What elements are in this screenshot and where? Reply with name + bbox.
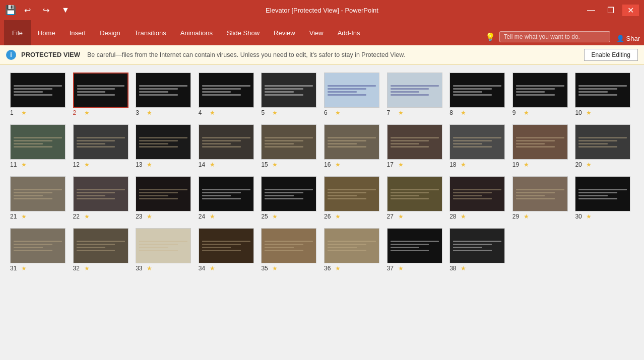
slide-item-23[interactable]: 23★: [136, 176, 195, 220]
slide-thumb-28[interactable]: [449, 176, 505, 211]
slide-item-11[interactable]: 11★: [10, 124, 69, 168]
slide-star-37[interactable]: ★: [398, 265, 404, 272]
slide-thumb-23[interactable]: [136, 176, 191, 211]
undo-button[interactable]: ↩: [20, 5, 35, 16]
search-input[interactable]: [499, 31, 610, 42]
slide-item-12[interactable]: 12★: [73, 124, 132, 168]
slide-item-19[interactable]: 19★: [512, 124, 571, 168]
slide-star-14[interactable]: ★: [210, 161, 215, 168]
slide-thumb-30[interactable]: [575, 176, 630, 211]
slide-star-12[interactable]: ★: [84, 161, 90, 168]
slide-item-8[interactable]: 8★: [449, 73, 508, 116]
slide-thumb-4[interactable]: [199, 73, 254, 108]
slide-star-17[interactable]: ★: [398, 161, 404, 168]
close-button[interactable]: ✕: [622, 5, 639, 16]
slide-star-22[interactable]: ★: [84, 213, 90, 220]
slide-star-27[interactable]: ★: [398, 213, 404, 220]
slide-item-30[interactable]: 30★: [575, 176, 634, 220]
slide-item-1[interactable]: 1★: [10, 73, 69, 116]
enable-editing-button[interactable]: Enable Editing: [584, 49, 638, 61]
slide-thumb-32[interactable]: [73, 228, 128, 263]
slide-item-31[interactable]: 31★: [10, 228, 69, 272]
slide-thumb-22[interactable]: [73, 176, 128, 211]
slide-star-6[interactable]: ★: [335, 109, 341, 116]
slide-star-29[interactable]: ★: [524, 213, 529, 220]
slide-star-33[interactable]: ★: [147, 265, 152, 272]
slide-star-21[interactable]: ★: [21, 213, 27, 220]
slide-thumb-36[interactable]: [324, 228, 379, 263]
slide-item-25[interactable]: 25★: [261, 176, 320, 220]
slide-thumb-25[interactable]: [261, 176, 316, 211]
slide-thumb-12[interactable]: [73, 124, 128, 160]
slide-item-36[interactable]: 36★: [324, 228, 383, 272]
slide-thumb-17[interactable]: [387, 124, 442, 160]
slide-star-25[interactable]: ★: [272, 213, 278, 220]
slide-star-24[interactable]: ★: [210, 213, 215, 220]
slide-star-13[interactable]: ★: [147, 161, 152, 168]
slide-thumb-33[interactable]: [136, 228, 191, 263]
slide-thumb-10[interactable]: [575, 73, 630, 108]
slide-item-24[interactable]: 24★: [199, 176, 257, 220]
slide-item-21[interactable]: 21★: [10, 176, 69, 220]
slide-star-19[interactable]: ★: [524, 161, 529, 168]
tab-slideshow[interactable]: Slide Show: [220, 20, 267, 45]
tab-file[interactable]: File: [4, 20, 31, 45]
tab-review[interactable]: Review: [267, 20, 302, 45]
slide-star-31[interactable]: ★: [21, 265, 27, 272]
tab-addins[interactable]: Add-Ins: [331, 20, 367, 45]
slide-thumb-24[interactable]: [199, 176, 254, 211]
slide-star-15[interactable]: ★: [272, 161, 278, 168]
customize-button[interactable]: ▼: [57, 5, 74, 16]
slide-item-29[interactable]: 29★: [512, 176, 571, 220]
slide-star-30[interactable]: ★: [586, 213, 592, 220]
slide-item-15[interactable]: 15★: [261, 124, 320, 168]
slide-thumb-34[interactable]: [199, 228, 254, 263]
save-icon[interactable]: 💾: [5, 5, 16, 16]
slide-star-7[interactable]: ★: [398, 109, 404, 116]
slide-item-27[interactable]: 27★: [387, 176, 446, 220]
slide-item-14[interactable]: 14★: [199, 124, 257, 168]
slide-star-16[interactable]: ★: [335, 161, 341, 168]
slide-item-28[interactable]: 28★: [449, 176, 508, 220]
slide-star-1[interactable]: ★: [21, 109, 27, 116]
slide-thumb-35[interactable]: [261, 228, 316, 263]
slide-item-3[interactable]: 3★: [136, 73, 195, 116]
slide-star-9[interactable]: ★: [524, 109, 529, 116]
slide-thumb-27[interactable]: [387, 176, 442, 211]
slide-thumb-21[interactable]: [10, 176, 66, 211]
slide-item-5[interactable]: 5★: [261, 73, 320, 116]
slide-item-38[interactable]: 38★: [449, 228, 508, 272]
slide-item-6[interactable]: 6★: [324, 73, 383, 116]
slide-thumb-26[interactable]: [324, 176, 379, 211]
slide-thumb-31[interactable]: [10, 228, 66, 263]
slide-item-34[interactable]: 34★: [199, 228, 257, 272]
slide-star-3[interactable]: ★: [147, 109, 152, 116]
slide-star-20[interactable]: ★: [586, 161, 592, 168]
slide-thumb-7[interactable]: [387, 73, 442, 108]
tab-home[interactable]: Home: [31, 20, 62, 45]
slide-star-36[interactable]: ★: [335, 265, 341, 272]
slide-thumb-15[interactable]: [261, 124, 316, 160]
slide-star-32[interactable]: ★: [84, 265, 90, 272]
slide-thumb-1[interactable]: [10, 73, 66, 108]
slide-thumb-13[interactable]: [136, 124, 191, 160]
slide-item-2[interactable]: 2★: [73, 73, 132, 116]
slide-star-23[interactable]: ★: [147, 213, 152, 220]
slide-thumb-11[interactable]: [10, 124, 66, 160]
tab-animations[interactable]: Animations: [173, 20, 220, 45]
redo-button[interactable]: ↪: [39, 5, 53, 16]
restore-button[interactable]: ❐: [603, 5, 618, 16]
slide-item-20[interactable]: 20★: [575, 124, 634, 168]
slide-star-35[interactable]: ★: [272, 265, 278, 272]
slide-thumb-8[interactable]: [449, 73, 505, 108]
slide-item-16[interactable]: 16★: [324, 124, 383, 168]
minimize-button[interactable]: —: [583, 5, 599, 16]
slide-star-5[interactable]: ★: [272, 109, 278, 116]
slide-star-10[interactable]: ★: [586, 109, 592, 116]
slide-star-26[interactable]: ★: [335, 213, 341, 220]
slide-thumb-20[interactable]: [575, 124, 630, 160]
slide-thumb-38[interactable]: [449, 228, 505, 263]
slide-star-4[interactable]: ★: [210, 109, 215, 116]
slide-star-18[interactable]: ★: [461, 161, 466, 168]
slide-item-35[interactable]: 35★: [261, 228, 320, 272]
